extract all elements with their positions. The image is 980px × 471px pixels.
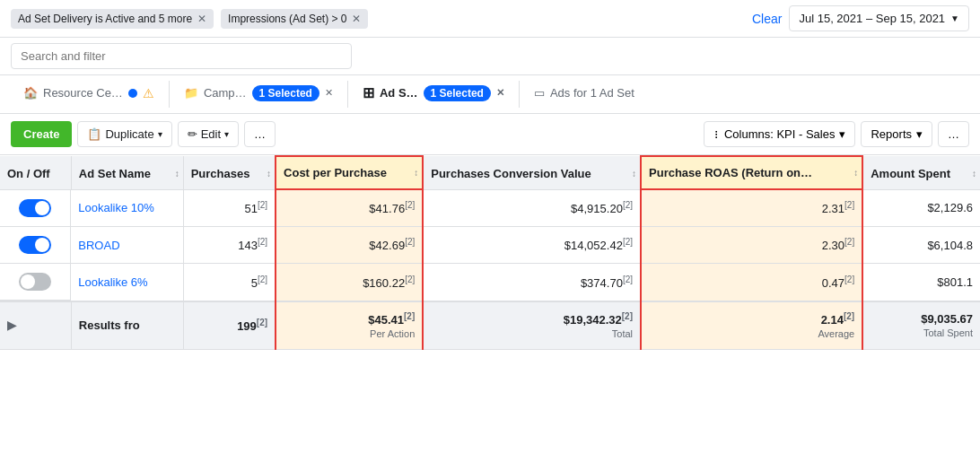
nav-tabs: 🏠 Resource Ce… ⚠ 📁 Camp… 1 Selected ✕ ⊞ … [0,75,980,114]
more-options-button[interactable]: … [938,121,969,147]
tab-ads[interactable]: ▭ Ads for 1 Ad Set [521,77,647,111]
resource-center-icon: 🏠 [23,86,38,100]
ads-icon: ▭ [534,86,545,100]
purchases-cell: 5[2] [183,264,276,301]
toolbar: Create 📋 Duplicate ▾ ✏ Edit ▾ … ⫶ Column… [0,114,980,155]
sort-icon[interactable]: ↕ [972,169,976,179]
tab-close-icon[interactable]: ✕ [496,87,504,99]
tab-resource-center[interactable]: 🏠 Resource Ce… ⚠ [11,77,167,112]
ad-set-name-cell: Lookalike 10% [71,189,183,227]
conversion-value-cell: $4,915.20[2] [423,189,641,227]
conversion-value-cell: $374.70[2] [423,264,641,301]
adset-selected-badge: 1 Selected [424,85,491,101]
cost-per-purchase-cell: $160.22[2] [276,264,423,301]
results-conversion-cell: $19,342.32[2] Total [423,301,641,350]
search-input[interactable] [11,43,352,69]
edit-label: Edit [201,127,221,141]
search-bar [0,38,980,75]
filter-remove-icon[interactable]: ✕ [197,13,206,25]
chevron-down-icon: ▾ [158,129,162,139]
columns-button[interactable]: ⫶ Columns: KPI - Sales ▾ [704,121,856,147]
campaign-selected-badge: 1 Selected [252,85,319,101]
filter-tag-impressions[interactable]: Impressions (Ad Set) > 0 ✕ [221,9,368,29]
ad-set-toggle[interactable] [19,199,51,217]
warning-icon: ⚠ [143,86,154,100]
date-range-label: Jul 15, 2021 – Sep 15, 2021 [799,12,945,25]
col-header-onoff: On / Off [0,156,71,189]
filter-remove-icon[interactable]: ✕ [352,13,361,25]
roas-cell: 2.30[2] [641,227,862,264]
tab-label: Ads for 1 Ad Set [550,86,634,100]
filter-tag-label: Ad Set Delivery is Active and 5 more [18,13,192,25]
ad-set-name-link[interactable]: Lookalike 6% [78,275,147,289]
cost-per-purchase-cell: $42.69[2] [276,227,423,264]
tab-label: Ad S… [380,86,418,100]
sort-icon[interactable]: ↕ [632,169,636,179]
expand-icon[interactable]: ▶ [7,318,16,332]
filter-tag-label: Impressions (Ad Set) > 0 [228,13,346,25]
col-header-purchases: Purchases ↕ [183,156,276,189]
results-purchases-cell: 199[2] [183,301,276,350]
adset-icon: ⊞ [363,84,374,101]
tab-separator [519,81,520,108]
tab-separator [347,81,348,108]
roas-cell: 0.47[2] [641,264,862,301]
sort-icon[interactable]: ↕ [175,169,179,179]
toggle-cell [0,264,71,301]
duplicate-button[interactable]: 📋 Duplicate ▾ [77,121,171,147]
toolbar-right: ⫶ Columns: KPI - Sales ▾ Reports ▾ … [704,121,969,147]
chevron-down-icon: ▾ [839,127,845,141]
results-roas-cell: 2.14[2] Average [641,301,862,350]
table-row: BROAD 143[2] $42.69[2] $14,052.42[2] 2.3… [0,227,980,264]
date-range-picker[interactable]: Jul 15, 2021 – Sep 15, 2021 ▼ [789,5,969,31]
chevron-down-icon: ▾ [224,129,229,139]
chevron-down-icon: ▾ [916,127,923,141]
sort-icon[interactable]: ↕ [267,169,271,179]
reports-label: Reports [871,127,912,141]
col-header-amount-spent: Amount Spent ↕ [862,156,980,189]
filter-bar: Ad Set Delivery is Active and 5 more ✕ I… [0,0,980,38]
results-label-cell: Results fro [71,301,183,350]
purchases-cell: 143[2] [183,227,276,264]
col-header-cost-per-purchase: Cost per Purchase ↕ [276,156,423,189]
create-button[interactable]: Create [11,121,72,147]
ad-set-name-link[interactable]: Lookalike 10% [78,201,154,214]
col-header-conversion-value: Purchases Conversion Value ↕ [423,156,641,189]
tab-close-icon[interactable]: ✕ [325,87,333,99]
tab-adset[interactable]: ⊞ Ad S… 1 Selected ✕ [350,75,517,113]
col-header-name: Ad Set Name ↕ [71,156,183,189]
table-row: Lookalike 10% 51[2] $41.76[2] $4,915.20[… [0,189,980,227]
reports-button[interactable]: Reports ▾ [861,121,932,147]
chevron-down-icon: ▼ [950,13,959,23]
purchases-cell: 51[2] [183,189,276,227]
results-expand-cell: ▶ [0,301,71,350]
tab-label: Camp… [204,86,247,100]
amount-spent-cell: $6,104.8 [862,227,980,264]
columns-label: Columns: KPI - Sales [724,127,836,141]
tab-separator [169,81,170,108]
results-cost-cell: $45.41[2] Per Action [276,301,423,350]
ad-set-name-link[interactable]: BROAD [78,239,119,252]
ad-set-toggle[interactable] [19,236,51,254]
status-dot-icon [128,89,137,98]
more-button[interactable]: … [244,121,276,147]
table-row: Lookalike 6% 5[2] $160.22[2] $374.70[2] … [0,264,980,301]
toggle-cell [0,227,71,264]
conversion-value-cell: $14,052.42[2] [423,227,641,264]
col-header-purchase-roas: Purchase ROAS (Return on… ↕ [641,156,862,189]
edit-button[interactable]: ✏ Edit ▾ [178,121,239,147]
ad-set-name-cell: Lookalike 6% [71,264,183,301]
edit-icon: ✏ [188,127,197,141]
amount-spent-cell: $801.1 [862,264,980,301]
sort-icon[interactable]: ↕ [414,168,418,178]
sort-icon[interactable]: ↕ [853,168,858,178]
results-row: ▶ Results fro 199[2] $45.41[2] Per Actio… [0,301,980,350]
tab-campaign[interactable]: 📁 Camp… 1 Selected ✕ [171,76,346,113]
amount-spent-cell: $2,129.6 [862,189,980,227]
filter-tag-delivery[interactable]: Ad Set Delivery is Active and 5 more ✕ [11,9,214,29]
toggle-cell [0,190,71,227]
ad-set-table: On / Off Ad Set Name ↕ Purchases ↕ Cost … [0,155,980,350]
tab-label: Resource Ce… [43,86,123,100]
ad-set-toggle[interactable] [19,273,51,291]
clear-button[interactable]: Clear [752,12,782,26]
